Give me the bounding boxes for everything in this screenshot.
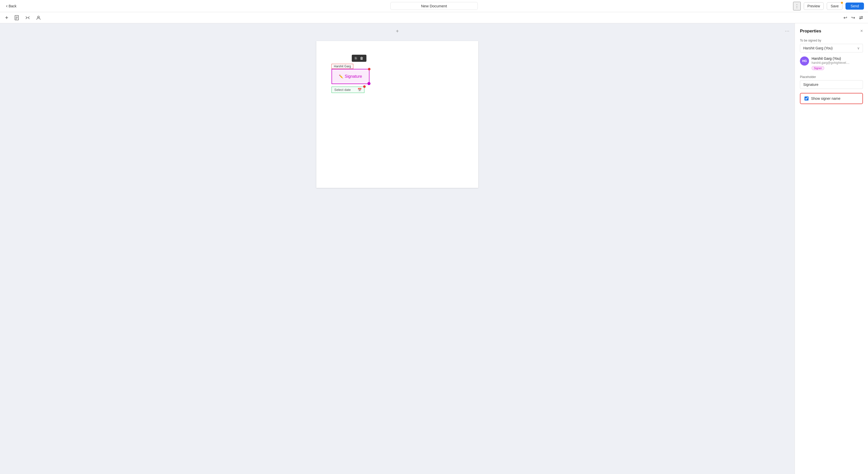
signer-info: HG Harshit Garg (You) harshit.garg@gohig…: [800, 56, 863, 70]
header-center: New Document: [391, 2, 478, 10]
date-required-indicator: [363, 85, 366, 88]
placeholder-label: Placeholder: [800, 75, 863, 79]
date-field-container: Select date 📅: [332, 87, 364, 93]
delete-field-button[interactable]: 🗑: [359, 56, 364, 61]
document-icon[interactable]: [13, 14, 20, 21]
save-button[interactable]: Save: [827, 2, 842, 10]
back-label: Back: [9, 4, 17, 8]
signer-email: harshit.garg@gohighlevel....: [812, 61, 863, 65]
more-options-button[interactable]: ⋮: [793, 2, 801, 10]
save-label: Save: [831, 4, 839, 8]
canvas-area: + ··· ⎘ 🗑 Harshit Garg Signature: [0, 23, 795, 474]
add-element-icon[interactable]: +: [4, 13, 9, 22]
main-layout: + ··· ⎘ 🗑 Harshit Garg Signature: [0, 23, 868, 474]
add-page-button[interactable]: +: [396, 28, 399, 34]
toolbar-left: +: [4, 13, 42, 22]
document-page: ⎘ 🗑 Harshit Garg Signature Select date 📅: [316, 41, 478, 188]
chevron-down-icon: ∨: [857, 46, 860, 50]
page-more-button[interactable]: ···: [785, 28, 789, 34]
preview-button[interactable]: Preview: [804, 2, 824, 10]
show-signer-name-container: Show signer name: [800, 93, 863, 104]
unsaved-indicator: [841, 2, 843, 4]
signer-name-tag: Harshit Garg: [332, 64, 353, 69]
calendar-icon: 📅: [358, 88, 362, 92]
signature-resize-handle[interactable]: [367, 82, 370, 85]
signer-details: Harshit Garg (You) harshit.garg@gohighle…: [812, 56, 863, 70]
copy-field-button[interactable]: ⎘: [354, 56, 358, 61]
signature-field-label: Signature: [339, 74, 362, 79]
send-button[interactable]: Send: [845, 3, 864, 10]
header: Back New Document ⋮ Preview Save Send: [0, 0, 868, 12]
signer-full-name: Harshit Garg (You): [812, 56, 863, 61]
link-button[interactable]: ⇄: [858, 14, 864, 22]
panel-header: Properties ×: [800, 28, 863, 34]
show-signer-name-checkbox[interactable]: [804, 96, 809, 100]
properties-panel: Properties × To be signed by Harshit Gar…: [795, 23, 868, 474]
header-right: ⋮ Preview Save Send: [793, 2, 864, 10]
show-signer-name-label: Show signer name: [811, 96, 840, 100]
toolbar-right: ↩ ↪ ⇄: [842, 14, 864, 22]
person-icon[interactable]: [35, 14, 42, 21]
back-button[interactable]: Back: [4, 2, 19, 10]
panel-close-button[interactable]: ×: [860, 28, 863, 34]
signer-dropdown[interactable]: Harshit Garg (You) ∨: [800, 44, 863, 52]
signature-field-container: ⎘ 🗑 Harshit Garg Signature: [332, 64, 369, 84]
date-placeholder: Select date: [334, 88, 351, 92]
signer-dropdown-value: Harshit Garg (You): [803, 46, 833, 50]
to-be-signed-label: To be signed by: [800, 39, 863, 42]
signer-badge: Signer: [812, 66, 824, 70]
avatar: HG: [800, 56, 809, 66]
toolbar: + ↩ ↪ ⇄: [0, 12, 868, 23]
signature-required-indicator: [368, 68, 370, 70]
svg-rect-0: [15, 16, 19, 20]
panel-title: Properties: [800, 29, 821, 34]
signature-field[interactable]: Signature: [332, 69, 369, 84]
placeholder-value[interactable]: Signature: [800, 80, 863, 89]
header-left: Back: [4, 2, 19, 10]
redo-button[interactable]: ↪: [850, 14, 856, 22]
variable-icon[interactable]: [24, 15, 31, 21]
signature-toolbar: ⎘ 🗑: [352, 55, 366, 62]
svg-point-5: [37, 16, 39, 18]
document-title[interactable]: New Document: [391, 2, 478, 10]
undo-button[interactable]: ↩: [842, 14, 848, 22]
date-field[interactable]: Select date 📅: [332, 87, 364, 93]
